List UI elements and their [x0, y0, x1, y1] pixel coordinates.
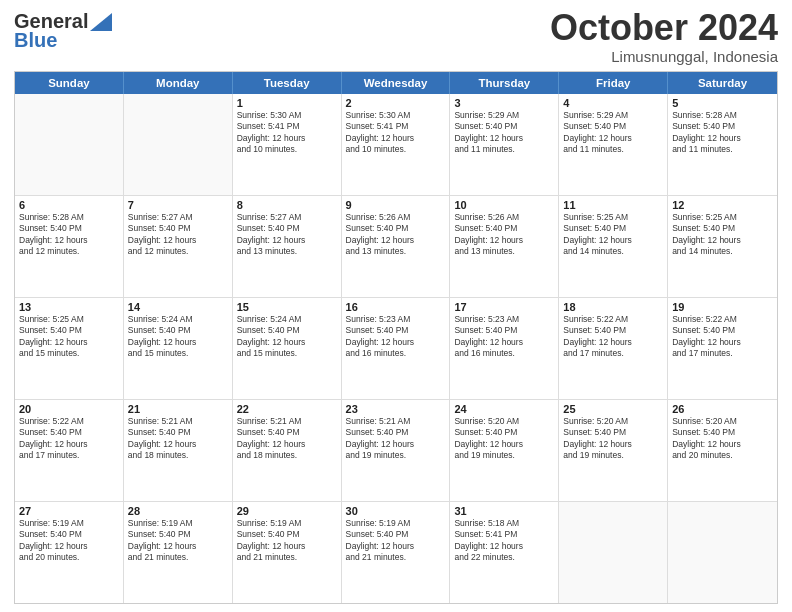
day-cell-13: 13Sunrise: 5:25 AM Sunset: 5:40 PM Dayli… [15, 298, 124, 399]
day-cell-17: 17Sunrise: 5:23 AM Sunset: 5:40 PM Dayli… [450, 298, 559, 399]
day-number: 13 [19, 301, 119, 313]
day-number: 12 [672, 199, 773, 211]
day-number: 9 [346, 199, 446, 211]
day-cell-31: 31Sunrise: 5:18 AM Sunset: 5:41 PM Dayli… [450, 502, 559, 603]
cell-details: Sunrise: 5:26 AM Sunset: 5:40 PM Dayligh… [454, 212, 554, 258]
day-cell-21: 21Sunrise: 5:21 AM Sunset: 5:40 PM Dayli… [124, 400, 233, 501]
empty-cell [559, 502, 668, 603]
day-number: 10 [454, 199, 554, 211]
day-number: 3 [454, 97, 554, 109]
day-cell-7: 7Sunrise: 5:27 AM Sunset: 5:40 PM Daylig… [124, 196, 233, 297]
day-cell-27: 27Sunrise: 5:19 AM Sunset: 5:40 PM Dayli… [15, 502, 124, 603]
month-title: October 2024 [550, 10, 778, 46]
calendar: SundayMondayTuesdayWednesdayThursdayFrid… [14, 71, 778, 604]
day-number: 27 [19, 505, 119, 517]
cell-details: Sunrise: 5:22 AM Sunset: 5:40 PM Dayligh… [672, 314, 773, 360]
day-cell-8: 8Sunrise: 5:27 AM Sunset: 5:40 PM Daylig… [233, 196, 342, 297]
day-number: 11 [563, 199, 663, 211]
cell-details: Sunrise: 5:28 AM Sunset: 5:40 PM Dayligh… [19, 212, 119, 258]
cell-details: Sunrise: 5:27 AM Sunset: 5:40 PM Dayligh… [128, 212, 228, 258]
cell-details: Sunrise: 5:29 AM Sunset: 5:40 PM Dayligh… [563, 110, 663, 156]
cell-details: Sunrise: 5:30 AM Sunset: 5:41 PM Dayligh… [346, 110, 446, 156]
day-number: 5 [672, 97, 773, 109]
day-number: 15 [237, 301, 337, 313]
day-cell-20: 20Sunrise: 5:22 AM Sunset: 5:40 PM Dayli… [15, 400, 124, 501]
cell-details: Sunrise: 5:21 AM Sunset: 5:40 PM Dayligh… [128, 416, 228, 462]
day-cell-3: 3Sunrise: 5:29 AM Sunset: 5:40 PM Daylig… [450, 94, 559, 195]
day-cell-24: 24Sunrise: 5:20 AM Sunset: 5:40 PM Dayli… [450, 400, 559, 501]
day-number: 2 [346, 97, 446, 109]
cell-details: Sunrise: 5:20 AM Sunset: 5:40 PM Dayligh… [454, 416, 554, 462]
day-cell-26: 26Sunrise: 5:20 AM Sunset: 5:40 PM Dayli… [668, 400, 777, 501]
day-cell-10: 10Sunrise: 5:26 AM Sunset: 5:40 PM Dayli… [450, 196, 559, 297]
day-cell-6: 6Sunrise: 5:28 AM Sunset: 5:40 PM Daylig… [15, 196, 124, 297]
day-cell-12: 12Sunrise: 5:25 AM Sunset: 5:40 PM Dayli… [668, 196, 777, 297]
cell-details: Sunrise: 5:20 AM Sunset: 5:40 PM Dayligh… [563, 416, 663, 462]
day-cell-30: 30Sunrise: 5:19 AM Sunset: 5:40 PM Dayli… [342, 502, 451, 603]
day-cell-23: 23Sunrise: 5:21 AM Sunset: 5:40 PM Dayli… [342, 400, 451, 501]
day-number: 23 [346, 403, 446, 415]
logo: General Blue [14, 10, 112, 52]
day-header-wednesday: Wednesday [342, 72, 451, 94]
calendar-row-3: 13Sunrise: 5:25 AM Sunset: 5:40 PM Dayli… [15, 297, 777, 399]
calendar-row-4: 20Sunrise: 5:22 AM Sunset: 5:40 PM Dayli… [15, 399, 777, 501]
day-cell-1: 1Sunrise: 5:30 AM Sunset: 5:41 PM Daylig… [233, 94, 342, 195]
svg-marker-0 [90, 13, 112, 31]
cell-details: Sunrise: 5:22 AM Sunset: 5:40 PM Dayligh… [19, 416, 119, 462]
day-number: 25 [563, 403, 663, 415]
day-number: 20 [19, 403, 119, 415]
cell-details: Sunrise: 5:30 AM Sunset: 5:41 PM Dayligh… [237, 110, 337, 156]
cell-details: Sunrise: 5:22 AM Sunset: 5:40 PM Dayligh… [563, 314, 663, 360]
day-cell-18: 18Sunrise: 5:22 AM Sunset: 5:40 PM Dayli… [559, 298, 668, 399]
cell-details: Sunrise: 5:19 AM Sunset: 5:40 PM Dayligh… [19, 518, 119, 564]
cell-details: Sunrise: 5:21 AM Sunset: 5:40 PM Dayligh… [346, 416, 446, 462]
day-number: 1 [237, 97, 337, 109]
day-number: 18 [563, 301, 663, 313]
day-cell-25: 25Sunrise: 5:20 AM Sunset: 5:40 PM Dayli… [559, 400, 668, 501]
calendar-header: SundayMondayTuesdayWednesdayThursdayFrid… [15, 72, 777, 94]
day-cell-22: 22Sunrise: 5:21 AM Sunset: 5:40 PM Dayli… [233, 400, 342, 501]
empty-cell [668, 502, 777, 603]
day-cell-9: 9Sunrise: 5:26 AM Sunset: 5:40 PM Daylig… [342, 196, 451, 297]
day-header-saturday: Saturday [668, 72, 777, 94]
day-number: 16 [346, 301, 446, 313]
day-number: 17 [454, 301, 554, 313]
cell-details: Sunrise: 5:19 AM Sunset: 5:40 PM Dayligh… [128, 518, 228, 564]
calendar-row-2: 6Sunrise: 5:28 AM Sunset: 5:40 PM Daylig… [15, 195, 777, 297]
day-number: 30 [346, 505, 446, 517]
day-number: 14 [128, 301, 228, 313]
day-number: 28 [128, 505, 228, 517]
day-cell-11: 11Sunrise: 5:25 AM Sunset: 5:40 PM Dayli… [559, 196, 668, 297]
day-number: 24 [454, 403, 554, 415]
cell-details: Sunrise: 5:25 AM Sunset: 5:40 PM Dayligh… [563, 212, 663, 258]
cell-details: Sunrise: 5:24 AM Sunset: 5:40 PM Dayligh… [128, 314, 228, 360]
day-number: 8 [237, 199, 337, 211]
day-header-tuesday: Tuesday [233, 72, 342, 94]
cell-details: Sunrise: 5:27 AM Sunset: 5:40 PM Dayligh… [237, 212, 337, 258]
day-header-monday: Monday [124, 72, 233, 94]
day-cell-14: 14Sunrise: 5:24 AM Sunset: 5:40 PM Dayli… [124, 298, 233, 399]
day-number: 6 [19, 199, 119, 211]
day-cell-16: 16Sunrise: 5:23 AM Sunset: 5:40 PM Dayli… [342, 298, 451, 399]
day-header-friday: Friday [559, 72, 668, 94]
day-cell-29: 29Sunrise: 5:19 AM Sunset: 5:40 PM Dayli… [233, 502, 342, 603]
calendar-row-5: 27Sunrise: 5:19 AM Sunset: 5:40 PM Dayli… [15, 501, 777, 603]
cell-details: Sunrise: 5:29 AM Sunset: 5:40 PM Dayligh… [454, 110, 554, 156]
day-number: 19 [672, 301, 773, 313]
day-header-sunday: Sunday [15, 72, 124, 94]
cell-details: Sunrise: 5:26 AM Sunset: 5:40 PM Dayligh… [346, 212, 446, 258]
day-number: 4 [563, 97, 663, 109]
day-cell-28: 28Sunrise: 5:19 AM Sunset: 5:40 PM Dayli… [124, 502, 233, 603]
cell-details: Sunrise: 5:23 AM Sunset: 5:40 PM Dayligh… [346, 314, 446, 360]
page: General Blue October 2024 Limusnunggal, … [0, 0, 792, 612]
calendar-row-1: 1Sunrise: 5:30 AM Sunset: 5:41 PM Daylig… [15, 94, 777, 195]
cell-details: Sunrise: 5:19 AM Sunset: 5:40 PM Dayligh… [346, 518, 446, 564]
empty-cell [15, 94, 124, 195]
cell-details: Sunrise: 5:24 AM Sunset: 5:40 PM Dayligh… [237, 314, 337, 360]
cell-details: Sunrise: 5:23 AM Sunset: 5:40 PM Dayligh… [454, 314, 554, 360]
cell-details: Sunrise: 5:20 AM Sunset: 5:40 PM Dayligh… [672, 416, 773, 462]
empty-cell [124, 94, 233, 195]
day-cell-5: 5Sunrise: 5:28 AM Sunset: 5:40 PM Daylig… [668, 94, 777, 195]
cell-details: Sunrise: 5:21 AM Sunset: 5:40 PM Dayligh… [237, 416, 337, 462]
day-cell-4: 4Sunrise: 5:29 AM Sunset: 5:40 PM Daylig… [559, 94, 668, 195]
